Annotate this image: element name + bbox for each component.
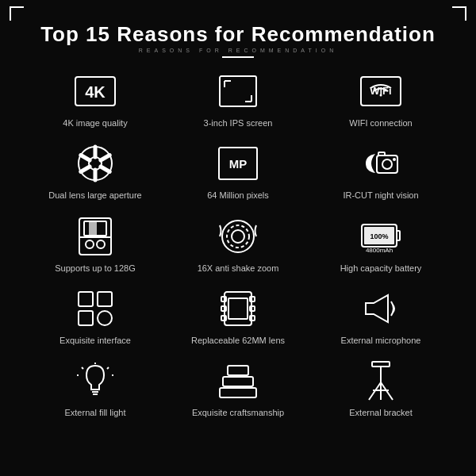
feature-ircut: IR-CUT night vision	[309, 136, 452, 205]
mp-icon: MP	[216, 141, 260, 186]
feature-label-zoom: 16X anti shake zoom	[198, 263, 279, 274]
svg-rect-39	[79, 292, 93, 306]
ircut-icon	[359, 141, 403, 186]
feature-label-lens: Replaceable 62MM lens	[191, 335, 285, 346]
feature-interface: Exquisite interface	[24, 282, 167, 351]
feature-wifi: WiFi WIFI connection	[309, 64, 452, 133]
feature-label-4k: 4K image quality	[63, 117, 127, 129]
feature-label-ircut: IR-CUT night vision	[343, 190, 418, 201]
aperture-icon	[73, 141, 117, 186]
svg-line-13	[101, 155, 109, 161]
craftsmanship-icon	[216, 359, 260, 403]
feature-battery: 100% 4800mAh High capacity battery	[309, 209, 452, 278]
svg-rect-34	[397, 231, 400, 240]
svg-line-17	[81, 155, 90, 161]
page-title: Top 15 Reasons for Recommendation	[16, 22, 460, 47]
svg-rect-63	[372, 362, 390, 367]
feature-label-filllight: External fill light	[64, 407, 125, 418]
feature-label-mp: 64 Million pixels	[207, 190, 269, 201]
wifi-icon: WiFi	[359, 69, 403, 113]
ips-icon	[216, 69, 260, 113]
svg-marker-51	[366, 295, 388, 322]
features-grid: 4K 4K image quality 3-inch IPS screen	[16, 64, 460, 423]
svg-point-27	[86, 240, 94, 248]
lens-icon	[216, 286, 260, 331]
feature-lens: Replaceable 62MM lens	[167, 282, 309, 351]
feature-microphone: External microphone	[309, 282, 452, 351]
feature-label-wifi: WIFI connection	[349, 117, 412, 129]
svg-rect-62	[220, 388, 256, 397]
svg-point-9	[380, 94, 382, 97]
main-container: Top 15 Reasons for Recommendation REASON…	[0, 0, 476, 476]
corner-bracket-tr	[452, 6, 466, 21]
svg-rect-40	[98, 292, 112, 306]
svg-point-28	[97, 240, 105, 248]
feature-label-microphone: External microphone	[341, 335, 421, 346]
feature-4k: 4K 4K image quality	[24, 64, 167, 133]
feature-label-interface: Exquisite interface	[60, 335, 131, 346]
feature-filllight: External fill light	[24, 354, 167, 423]
microphone-icon	[359, 286, 403, 331]
svg-line-58	[107, 367, 109, 369]
svg-rect-22	[378, 152, 385, 155]
feature-aperture: Dual lens large aperture	[24, 136, 167, 205]
svg-point-42	[98, 311, 112, 325]
feature-label-craftsmanship: Exquisite craftsmanship	[192, 407, 284, 418]
filllight-icon	[73, 359, 117, 403]
svg-text:4K: 4K	[85, 83, 106, 101]
battery-icon: 100% 4800mAh	[359, 214, 403, 259]
feature-label-ips: 3-inch IPS screen	[204, 117, 273, 129]
svg-text:MP: MP	[229, 157, 248, 171]
svg-text:4800mAh: 4800mAh	[366, 247, 393, 254]
svg-rect-50	[228, 298, 248, 319]
header: Top 15 Reasons for Recommendation REASON…	[16, 8, 460, 58]
feature-craftsmanship: Exquisite craftsmanship	[167, 354, 309, 423]
interface-icon	[73, 286, 117, 331]
svg-point-21	[382, 159, 392, 169]
corner-bracket-tl	[10, 6, 24, 21]
bracket-icon	[359, 359, 403, 403]
svg-point-23	[393, 158, 396, 161]
svg-rect-60	[228, 366, 248, 375]
svg-point-31	[227, 225, 249, 248]
zoom-icon	[216, 214, 260, 259]
svg-rect-61	[223, 377, 253, 386]
feature-label-aperture: Dual lens large aperture	[48, 190, 141, 201]
feature-label-bracket: External bracket	[349, 407, 412, 418]
feature-label-battery: High capacity battery	[340, 263, 422, 274]
page-subtitle: REASONS FOR RECOMMENDATION	[16, 48, 460, 53]
feature-ips: 3-inch IPS screen	[167, 64, 309, 133]
feature-zoom: 16X anti shake zoom	[167, 209, 309, 278]
svg-point-32	[232, 230, 244, 243]
svg-text:100%: 100%	[370, 232, 388, 240]
divider	[222, 56, 254, 58]
feature-bracket: External bracket	[309, 354, 452, 423]
svg-line-16	[81, 167, 90, 172]
feature-mp: MP 64 Million pixels	[167, 136, 309, 205]
svg-rect-41	[79, 311, 93, 325]
4k-icon: 4K	[73, 69, 117, 113]
svg-line-14	[101, 167, 109, 172]
feature-storage: Supports up to 128G	[24, 209, 167, 278]
storage-icon	[73, 214, 117, 259]
svg-rect-26	[89, 221, 97, 236]
svg-line-56	[82, 367, 83, 369]
feature-label-storage: Supports up to 128G	[55, 263, 136, 274]
